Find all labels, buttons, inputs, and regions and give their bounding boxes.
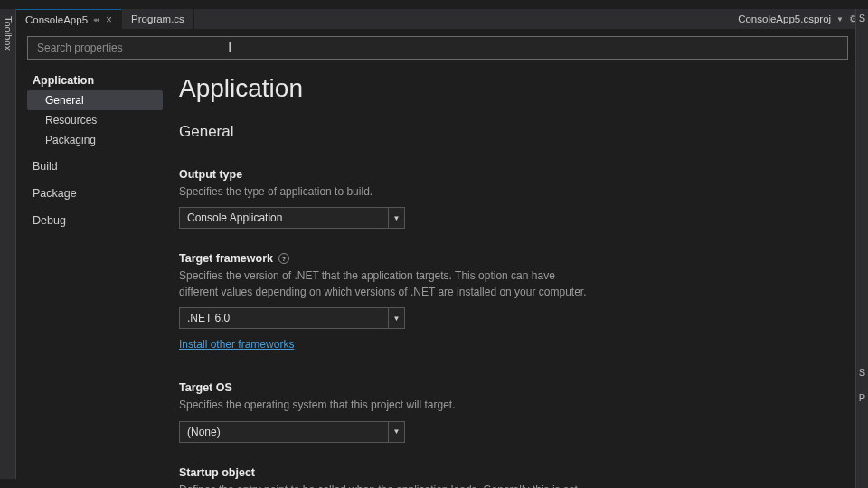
chevron-down-icon[interactable]: ▼: [388, 422, 404, 442]
sidebar-section-application[interactable]: Application: [27, 70, 163, 90]
startup-object-desc: Defines the entry point to be called whe…: [179, 483, 595, 488]
output-type-desc: Specifies the type of application to bui…: [179, 184, 595, 200]
right-rail[interactable]: S S P: [855, 9, 868, 488]
target-framework-label: Target framework ?: [179, 252, 595, 265]
sidebar-item-packaging[interactable]: Packaging: [27, 130, 163, 150]
target-os-select[interactable]: (None) ▼: [179, 421, 405, 443]
tab-label: ConsoleApp5: [25, 14, 88, 25]
field-target-os: Target OS Specifies the operating system…: [179, 381, 595, 442]
page-title: Application: [179, 74, 848, 103]
tab-consoleapp5[interactable]: ConsoleApp5 ⇴ ×: [16, 9, 122, 29]
install-frameworks-link[interactable]: Install other frameworks: [179, 338, 294, 351]
sidebar-item-debug[interactable]: Debug: [27, 210, 163, 231]
info-icon[interactable]: ?: [278, 253, 289, 264]
field-target-framework: Target framework ? Specifies the version…: [179, 252, 595, 358]
toolbox-rail[interactable]: Toolbox: [0, 9, 16, 479]
field-output-type: Output type Specifies the type of applic…: [179, 168, 595, 229]
target-os-label: Target OS: [179, 381, 595, 394]
output-type-label: Output type: [179, 168, 595, 181]
content-pane: Application General Output type Specifie…: [179, 74, 848, 488]
target-os-value: (None): [180, 422, 388, 442]
chevron-down-icon[interactable]: ▼: [836, 15, 844, 23]
search-input[interactable]: [27, 36, 848, 60]
output-type-value: Console Application: [180, 208, 388, 228]
sidebar-item-build[interactable]: Build: [27, 155, 163, 177]
right-rail-mid[interactable]: S: [856, 367, 868, 378]
tab-bar: ConsoleApp5 ⇴ × Program.cs ConsoleApp5.c…: [16, 9, 868, 29]
right-rail-lo[interactable]: P: [856, 392, 868, 403]
target-framework-desc: Specifies the version of .NET that the a…: [179, 268, 595, 300]
close-icon[interactable]: ×: [106, 14, 112, 26]
tab-program-cs[interactable]: Program.cs: [122, 9, 194, 29]
target-framework-value: .NET 6.0: [180, 308, 388, 328]
output-type-select[interactable]: Console Application ▼: [179, 207, 405, 229]
sidebar-item-general[interactable]: General: [27, 90, 163, 110]
toolbox-label: Toolbox: [3, 16, 14, 51]
sidebar: Application General Resources Packaging …: [27, 70, 163, 231]
tab-right-controls: ConsoleApp5.csproj ▼ ⚙: [729, 9, 868, 29]
chevron-down-icon[interactable]: ▼: [388, 308, 404, 328]
pin-icon[interactable]: ⇴: [93, 15, 100, 24]
search-row: I: [27, 36, 848, 60]
section-title: General: [179, 123, 848, 141]
target-os-desc: Specifies the operating system that this…: [179, 398, 595, 413]
sidebar-item-resources[interactable]: Resources: [27, 110, 163, 130]
right-rail-top[interactable]: S: [856, 13, 868, 23]
project-dropdown-label[interactable]: ConsoleApp5.csproj: [738, 14, 831, 24]
target-framework-select[interactable]: .NET 6.0 ▼: [179, 307, 405, 329]
field-startup-object: Startup object Defines the entry point t…: [179, 466, 595, 488]
tab-label: Program.cs: [131, 14, 184, 24]
chevron-down-icon[interactable]: ▼: [388, 208, 404, 228]
startup-object-label: Startup object: [179, 466, 595, 479]
sidebar-item-package[interactable]: Package: [27, 183, 163, 204]
